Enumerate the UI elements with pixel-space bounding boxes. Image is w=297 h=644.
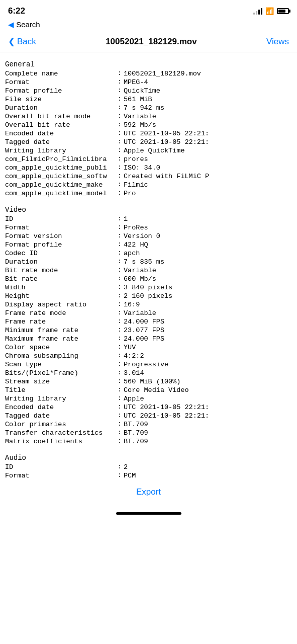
row-key: Color primaries: [5, 420, 116, 429]
row-key: Stream size: [5, 377, 116, 386]
table-row: Matrix coefficients: BT.709: [5, 437, 292, 446]
row-separator: :: [116, 352, 124, 360]
back-button[interactable]: ❮ Back: [8, 36, 36, 47]
row-value: Variable: [124, 266, 292, 275]
table-row: com_apple_quicktime_make: Filmic: [5, 181, 292, 189]
search-label[interactable]: Search: [16, 20, 40, 29]
row-separator: :: [116, 369, 124, 377]
row-key: Transfer characteristics: [5, 429, 116, 437]
row-value: Variable: [124, 309, 292, 317]
row-key: ID: [5, 463, 116, 471]
row-separator: :: [116, 326, 124, 335]
row-separator: :: [116, 471, 124, 480]
table-row: Overall bit rate mode: Variable: [5, 112, 292, 121]
table-row: Duration: 7 s 942 ms: [5, 104, 292, 112]
row-key: com_apple_quicktime_make: [5, 181, 116, 189]
row-value: UTC 2021-10-05 22:21:: [124, 412, 292, 420]
row-separator: :: [116, 112, 124, 121]
row-separator: :: [116, 300, 124, 309]
table-row: Chroma subsampling: 4:2:2: [5, 352, 292, 360]
table-row: Format: PCM: [5, 471, 292, 480]
status-icons: 📶: [253, 7, 289, 16]
row-value: BT.709: [124, 420, 292, 429]
table-row: Overall bit rate: 592 Mb/s: [5, 121, 292, 129]
row-key: com_FilmicPro_FilmicLibra: [5, 155, 116, 164]
table-row: Encoded date: UTC 2021-10-05 22:21:: [5, 403, 292, 412]
row-key: Duration: [5, 104, 116, 112]
row-key: Height: [5, 292, 116, 300]
row-value: UTC 2021-10-05 22:21:: [124, 403, 292, 412]
row-key: Overall bit rate mode: [5, 112, 116, 121]
row-value: 560 MiB (100%): [124, 377, 292, 386]
row-key: Bits/(Pixel*Frame): [5, 369, 116, 377]
row-separator: :: [116, 95, 124, 104]
search-bar: ◀ Search: [0, 20, 297, 32]
video-rows: ID: 1Format: ProResFormat version: Versi…: [5, 215, 292, 446]
row-key: Tagged date: [5, 412, 116, 420]
row-value: 3.014: [124, 369, 292, 377]
table-row: ID: 1: [5, 215, 292, 223]
row-value: prores: [124, 155, 292, 164]
row-value: BT.709: [124, 429, 292, 437]
table-row: Color space: YUV: [5, 343, 292, 352]
row-value: 7 s 942 ms: [124, 104, 292, 112]
row-key: Encoded date: [5, 403, 116, 412]
row-value: MPEG-4: [124, 78, 292, 87]
row-key: Format: [5, 223, 116, 232]
row-separator: :: [116, 343, 124, 352]
table-row: Bit rate: 600 Mb/s: [5, 275, 292, 283]
table-row: Bit rate mode: Variable: [5, 266, 292, 275]
row-key: Tagged date: [5, 138, 116, 146]
row-separator: :: [116, 266, 124, 275]
row-separator: :: [116, 437, 124, 446]
table-row: Duration: 7 s 835 ms: [5, 258, 292, 266]
general-rows: Complete name: 10052021_182129.movFormat…: [5, 69, 292, 198]
row-value: BT.709: [124, 437, 292, 446]
row-value: Apple: [124, 394, 292, 403]
general-section-header: General: [5, 57, 292, 69]
row-separator: :: [116, 172, 124, 181]
export-button[interactable]: Export: [136, 487, 161, 497]
row-separator: :: [116, 335, 124, 343]
row-separator: :: [116, 463, 124, 471]
row-key: Chroma subsampling: [5, 352, 116, 360]
views-button[interactable]: Views: [266, 37, 289, 47]
row-separator: :: [116, 292, 124, 300]
row-value: 4:2:2: [124, 352, 292, 360]
audio-section-header: Audio: [5, 451, 292, 463]
table-row: Scan type: Progressive: [5, 360, 292, 369]
table-row: Color primaries: BT.709: [5, 420, 292, 429]
row-value: Created with FiLMiC P: [124, 172, 292, 181]
row-key: Frame rate: [5, 317, 116, 326]
row-value: 24.000 FPS: [124, 335, 292, 343]
audio-rows: ID: 2Format: PCM: [5, 463, 292, 480]
row-separator: :: [116, 309, 124, 317]
row-value: PCM: [124, 471, 292, 480]
row-key: Display aspect ratio: [5, 300, 116, 309]
row-key: com_apple_quicktime_softw: [5, 172, 116, 181]
row-separator: :: [116, 232, 124, 240]
row-key: Width: [5, 283, 116, 292]
row-key: Format profile: [5, 240, 116, 249]
table-row: Writing library: Apple QuickTime: [5, 146, 292, 155]
table-row: Codec ID: apch: [5, 249, 292, 258]
row-value: 7 s 835 ms: [124, 258, 292, 266]
table-row: Width: 3 840 pixels: [5, 283, 292, 292]
row-value: ISO: 34.0: [124, 164, 292, 172]
table-row: com_apple_quicktime_softw: Created with …: [5, 172, 292, 181]
row-separator: :: [116, 429, 124, 437]
row-value: Progressive: [124, 360, 292, 369]
table-row: Maximum frame rate: 24.000 FPS: [5, 335, 292, 343]
table-row: Transfer characteristics: BT.709: [5, 429, 292, 437]
row-key: Color space: [5, 343, 116, 352]
row-key: Maximum frame rate: [5, 335, 116, 343]
table-row: Format: MPEG-4: [5, 78, 292, 87]
row-value: Filmic: [124, 181, 292, 189]
table-row: Frame rate mode: Variable: [5, 309, 292, 317]
row-key: ID: [5, 215, 116, 223]
table-row: Title: Core Media Video: [5, 386, 292, 394]
row-value: 2: [124, 463, 292, 471]
row-separator: :: [116, 394, 124, 403]
row-separator: :: [116, 386, 124, 394]
row-separator: :: [116, 78, 124, 87]
